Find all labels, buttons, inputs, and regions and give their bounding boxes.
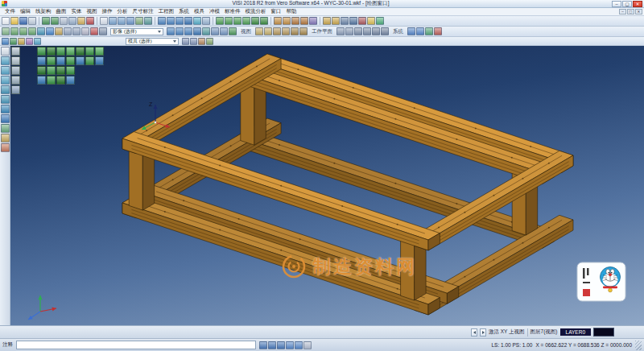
level-up-icon[interactable] (64, 27, 72, 35)
nav-left-icon[interactable] (11, 66, 20, 75)
maximize-button[interactable] (622, 1, 632, 7)
wireframe-icon[interactable] (202, 17, 210, 25)
cooling-icon[interactable] (34, 38, 41, 45)
resize-grip[interactable] (635, 341, 642, 350)
ortho-toggle-icon[interactable] (47, 66, 56, 75)
arc-icon[interactable] (225, 17, 233, 25)
update-icon[interactable] (425, 27, 433, 35)
solid-tool-icon[interactable] (1, 114, 10, 123)
about-icon[interactable] (416, 27, 424, 35)
workplane-new-icon[interactable] (255, 27, 263, 35)
select-arrow-icon[interactable] (1, 47, 10, 56)
nav-home-icon[interactable] (11, 85, 20, 94)
view-iso-icon[interactable] (184, 17, 192, 25)
nav-right-icon[interactable] (11, 76, 20, 85)
nav-down-icon[interactable] (11, 56, 20, 65)
trim-icon[interactable] (291, 17, 299, 25)
menu-item-14[interactable]: 标准件 (222, 8, 243, 15)
mirror-icon[interactable] (309, 17, 317, 25)
view-prev-button[interactable] (471, 328, 477, 337)
copy-icon[interactable] (68, 17, 76, 25)
mold-base-icon[interactable] (2, 38, 9, 45)
view-xy-icon[interactable] (167, 27, 175, 35)
macro-icon[interactable] (354, 27, 362, 35)
tracking-toggle-icon[interactable] (66, 66, 75, 75)
snap-status-icon[interactable] (259, 341, 267, 349)
command-input[interactable] (16, 341, 256, 349)
view-axon-icon[interactable] (193, 27, 201, 35)
menu-item-4[interactable]: 曲面 (54, 8, 69, 15)
menu-item-2[interactable]: 编辑 (18, 8, 33, 15)
osnap-status-icon[interactable] (286, 341, 294, 349)
fillet-icon[interactable] (274, 17, 282, 25)
insert-component-icon[interactable] (26, 38, 33, 45)
minimize-button[interactable] (612, 1, 621, 7)
new-icon[interactable] (2, 17, 10, 25)
redo-icon[interactable] (51, 17, 59, 25)
workplane-save-icon[interactable] (291, 27, 299, 35)
child-minimize-button[interactable] (619, 9, 626, 14)
shaded-mode-icon[interactable] (37, 47, 46, 56)
refresh-view-icon[interactable] (229, 27, 237, 35)
units-icon[interactable] (345, 27, 353, 35)
filter-arc-icon[interactable] (28, 27, 36, 35)
close-button[interactable] (633, 1, 642, 7)
menu-item-13[interactable]: 冲模 (207, 8, 222, 15)
osnap-toggle-icon[interactable] (37, 76, 46, 85)
arc-tool-icon[interactable] (1, 76, 10, 85)
light-icon[interactable] (367, 17, 375, 25)
view-side-icon[interactable] (175, 17, 184, 25)
spline-icon[interactable] (260, 17, 268, 25)
database-icon[interactable] (381, 27, 389, 35)
text-icon[interactable] (341, 17, 349, 25)
dynamic-rotate-icon[interactable] (202, 27, 210, 35)
menu-item-6[interactable]: 视图 (85, 8, 100, 15)
menu-item-12[interactable]: 模具 (192, 8, 207, 15)
plugins-icon[interactable] (363, 27, 371, 35)
menu-item-16[interactable]: 窗口 (269, 8, 284, 15)
material-icon[interactable] (358, 17, 366, 25)
dynamic-input-icon[interactable] (47, 76, 56, 85)
core-icon[interactable] (18, 38, 25, 45)
zoom-out-icon[interactable] (118, 17, 126, 25)
options-icon[interactable] (336, 27, 345, 35)
next-view-icon[interactable] (220, 27, 228, 35)
menu-item-15[interactable]: 模流分析 (243, 8, 269, 15)
child-restore-button[interactable] (627, 9, 634, 14)
filter-solid-icon[interactable] (46, 27, 54, 35)
previous-view-icon[interactable] (211, 27, 219, 35)
render-icon[interactable] (376, 17, 384, 25)
open-icon[interactable] (10, 17, 19, 25)
grid-status-icon[interactable] (268, 341, 276, 349)
zoom-fit-icon[interactable] (126, 17, 134, 25)
lock-status-icon[interactable] (303, 341, 312, 349)
hidden-line-icon[interactable] (56, 47, 65, 56)
transform-tool-icon[interactable] (1, 124, 10, 133)
extend-icon[interactable] (300, 17, 308, 25)
surface-tool-icon[interactable] (1, 105, 10, 114)
color-picker-icon[interactable] (90, 27, 98, 35)
snap-intersect-icon[interactable] (76, 56, 85, 65)
cut-icon[interactable] (60, 17, 68, 25)
selection-filter-combo[interactable]: 影像 (选择) (110, 28, 163, 35)
exit-icon[interactable] (434, 27, 442, 35)
circle-icon[interactable] (233, 17, 242, 25)
rectangle-icon[interactable] (242, 17, 250, 25)
filter-all-icon[interactable] (2, 27, 10, 35)
workplane-align-icon[interactable] (264, 27, 272, 35)
viewport-3d[interactable]: Z 制造资料网 (10, 46, 644, 325)
measure-icon[interactable] (323, 17, 331, 25)
print-icon[interactable] (28, 17, 36, 25)
selection-color-swatch[interactable] (593, 328, 614, 337)
grid-toggle-icon[interactable] (37, 66, 46, 75)
filter-line-icon[interactable] (19, 27, 27, 35)
view-top-icon[interactable] (158, 17, 166, 25)
snap-center-icon[interactable] (56, 56, 65, 65)
layers-icon[interactable] (349, 17, 357, 25)
shaded-icon[interactable] (193, 17, 201, 25)
child-close-button[interactable] (635, 9, 642, 14)
filter-surface-icon[interactable] (37, 27, 45, 35)
snap-quadrant-icon[interactable] (66, 56, 75, 65)
explode-view-icon[interactable] (85, 47, 94, 56)
undo-icon[interactable] (42, 17, 50, 25)
